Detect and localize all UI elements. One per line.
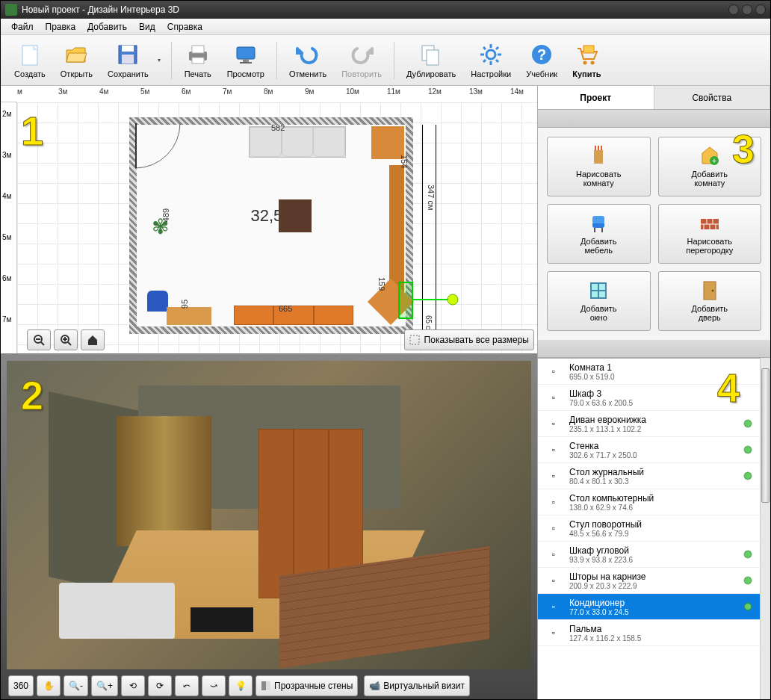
view-3d[interactable]: 360 ✋ 🔍- 🔍+ ⟲ ⟳ ⤺ ⤻ 💡 Прозрачные стены 📹… xyxy=(1,355,537,699)
svg-rect-7 xyxy=(237,47,255,59)
tab-properties[interactable]: Свойства xyxy=(654,86,771,109)
svg-rect-9 xyxy=(240,62,252,64)
window-title: Новый проект - Дизайн Интерьера 3D xyxy=(22,4,179,15)
svg-line-18 xyxy=(496,60,498,62)
buy-button[interactable]: Купить xyxy=(566,40,607,81)
svg-rect-36 xyxy=(410,335,419,344)
rotate360-button[interactable]: 360 xyxy=(8,675,34,696)
menu-view[interactable]: Вид xyxy=(133,20,161,34)
list-item[interactable]: ▫Шторы на карнизе200.9 x 20.3 x 222.9 xyxy=(538,568,760,594)
transparent-walls-button[interactable]: Прозрачные стены xyxy=(256,675,358,696)
object-list[interactable]: ▫Комната 1695.0 x 519.0▫Шкаф 379.0 x 63.… xyxy=(538,358,760,699)
action-window[interactable]: Добавитьокно xyxy=(547,271,651,331)
svg-line-33 xyxy=(68,342,71,345)
svg-rect-11 xyxy=(427,50,439,65)
list-item[interactable]: ▫Стул поворотный48.5 x 56.6 x 79.9 xyxy=(538,515,760,542)
list-item[interactable]: ▫Стол журнальный80.4 x 80.1 x 30.3 xyxy=(538,463,760,489)
maximize-button[interactable] xyxy=(742,4,752,15)
svg-point-24 xyxy=(591,61,595,64)
action-bricks[interactable]: Нарисоватьперегородку xyxy=(658,204,762,264)
menu-help[interactable]: Справка xyxy=(161,20,208,34)
list-item[interactable]: ▫Стенка302.6 x 71.7 x 250.0 xyxy=(538,437,760,463)
menu-edit[interactable]: Правка xyxy=(40,20,82,34)
action-pencils[interactable]: Нарисоватькомнату xyxy=(547,137,651,196)
menu-file[interactable]: Файл xyxy=(5,20,40,34)
zoom-out-2d-button[interactable] xyxy=(27,329,51,350)
zoom-in-2d-button[interactable] xyxy=(54,329,78,350)
lights-button[interactable]: 💡 xyxy=(229,675,253,696)
preview-button[interactable]: Просмотр xyxy=(221,40,270,81)
action-chair[interactable]: Добавитьмебель xyxy=(547,204,651,264)
minimize-button[interactable] xyxy=(728,4,739,15)
svg-rect-2 xyxy=(122,46,134,52)
ruler-horizontal: м3м4м5м6м7м8м9м10м11м12м13м14м xyxy=(1,86,17,102)
app-icon xyxy=(5,4,17,16)
item-thumb-icon: ▫ xyxy=(544,518,563,538)
item-thumb-icon: ▫ xyxy=(544,545,563,564)
svg-rect-37 xyxy=(261,681,266,690)
action-room-add[interactable]: +Добавитькомнату xyxy=(658,137,762,196)
zoom-in-3d-button[interactable]: 🔍+ xyxy=(91,675,118,696)
visibility-eye-icon[interactable] xyxy=(742,419,754,428)
titlebar: Новый проект - Дизайн Интерьера 3D xyxy=(1,1,770,19)
action-door[interactable]: Добавитьдверь xyxy=(658,271,762,331)
save-dropdown[interactable]: ▾ xyxy=(158,57,165,64)
list-item[interactable]: ▫Шкаф угловой93.9 x 93.8 x 223.6 xyxy=(538,542,760,568)
svg-rect-3 xyxy=(122,55,134,64)
list-scrollbar[interactable] xyxy=(760,358,770,699)
room-add-icon: + xyxy=(699,146,720,167)
list-item[interactable]: ▫Стол компьютерный138.0 x 62.9 x 74.6 xyxy=(538,489,760,515)
svg-point-28 xyxy=(448,294,458,305)
rotate-right-button[interactable]: ⟳ xyxy=(148,675,172,696)
show-all-dims-button[interactable]: Показывать все размеры xyxy=(404,329,534,350)
list-item[interactable]: ▫Кондиционер77.0 x 33.0 x 24.5 xyxy=(538,594,760,620)
section-project-hdr xyxy=(538,110,770,128)
action-grid: Нарисоватькомнату+ДобавитькомнатуДобавит… xyxy=(538,128,770,340)
virtual-visit-button[interactable]: 📹Виртуальный визит xyxy=(364,675,470,696)
list-item[interactable]: ▫Пальма127.4 x 116.2 x 158.5 xyxy=(538,620,760,646)
settings-button[interactable]: Настройки xyxy=(465,40,517,81)
pencils-icon xyxy=(588,146,609,167)
svg-point-12 xyxy=(486,50,495,59)
list-item[interactable]: ▫Диван еврокнижка235.1 x 113.1 x 102.2 xyxy=(538,411,760,437)
visibility-eye-icon[interactable] xyxy=(742,471,754,480)
visibility-eye-icon[interactable] xyxy=(742,445,754,454)
plan-2d-view[interactable]: м3м4м5м6м7м8м9м10м11м12м13м14м 2м3м4м5м6… xyxy=(1,86,537,355)
item-thumb-icon: ▫ xyxy=(544,388,563,407)
tutorial-button[interactable]: ?Учебник xyxy=(520,40,563,81)
svg-text:?: ? xyxy=(537,46,546,63)
undo-button[interactable]: Отменить xyxy=(283,40,332,81)
redo-button[interactable]: Повторить xyxy=(335,40,388,81)
door-icon xyxy=(699,280,720,301)
window-icon xyxy=(588,280,609,301)
svg-text:+: + xyxy=(712,157,716,165)
svg-rect-39 xyxy=(594,150,603,164)
print-button[interactable]: Печать xyxy=(178,40,218,81)
create-button[interactable]: Создать xyxy=(8,40,52,81)
section-objects-hdr xyxy=(538,340,770,358)
open-button[interactable]: Открыть xyxy=(55,40,99,81)
menubar: Файл Правка Добавить Вид Справка xyxy=(1,19,770,35)
pan-button[interactable]: ✋ xyxy=(37,675,61,696)
visibility-eye-icon[interactable] xyxy=(742,550,754,559)
home-2d-button[interactable] xyxy=(81,329,105,350)
svg-rect-25 xyxy=(583,46,594,53)
duplicate-button[interactable]: Дублировать xyxy=(400,40,462,81)
zoom-out-3d-button[interactable]: 🔍- xyxy=(64,675,88,696)
item-thumb-icon: ▫ xyxy=(544,362,563,381)
rotate-left-button[interactable]: ⟲ xyxy=(121,675,145,696)
menu-add[interactable]: Добавить xyxy=(81,20,133,34)
svg-line-30 xyxy=(41,342,44,345)
list-item[interactable]: ▫Комната 1695.0 x 519.0 xyxy=(538,359,760,385)
item-thumb-icon: ▫ xyxy=(544,466,563,486)
svg-rect-43 xyxy=(592,216,604,223)
visibility-eye-icon[interactable] xyxy=(742,576,754,585)
save-button[interactable]: Сохранить xyxy=(102,40,155,81)
tilt-down-button[interactable]: ⤻ xyxy=(202,675,226,696)
visibility-eye-icon[interactable] xyxy=(742,602,754,611)
list-item[interactable]: ▫Шкаф 379.0 x 63.6 x 200.5 xyxy=(538,385,760,411)
tilt-up-button[interactable]: ⤺ xyxy=(175,675,199,696)
tab-project[interactable]: Проект xyxy=(538,86,654,109)
close-button[interactable] xyxy=(755,4,766,15)
ruler-vertical: 2м3м4м5м6м7м xyxy=(1,102,17,353)
